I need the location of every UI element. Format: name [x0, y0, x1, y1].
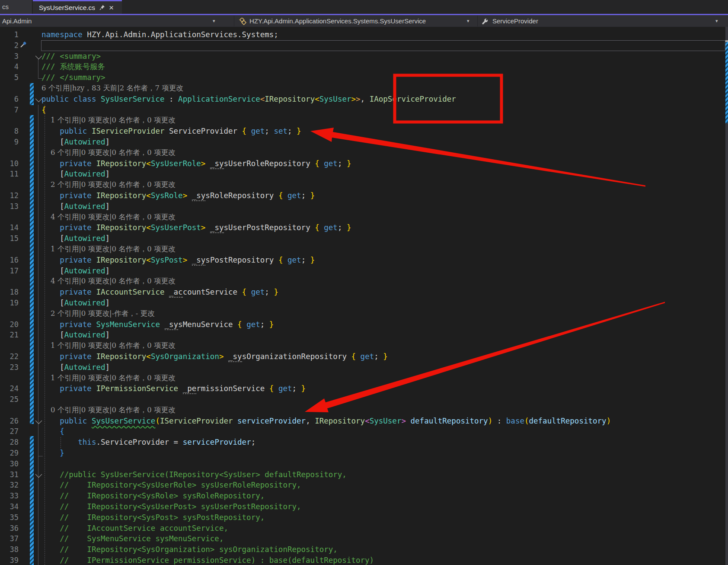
token-cls: SysRole — [151, 191, 183, 200]
code-line-14[interactable]: 14 private IRepository<SysUserPost> _sys… — [0, 222, 728, 233]
codelens-row[interactable]: 1 个引用|0 项更改|0 名作者，0 项更改 — [0, 244, 728, 255]
token-prm: serviceProvider — [237, 417, 306, 425]
code-line-34[interactable]: 34 // IRepository<SysUserPost> sysUserPo… — [0, 501, 728, 512]
line-number: 17 — [0, 266, 19, 276]
code-line-15[interactable]: 15 [Autowired] — [0, 233, 728, 244]
codelens-row[interactable]: 6 个引用|0 项更改|0 名作者，0 项更改 — [0, 148, 728, 158]
code-text: private IRepository<SysOrganization> _sy… — [42, 351, 388, 362]
code-line-6[interactable]: 6public class SysUserService : Applicati… — [0, 94, 728, 105]
tab-partial[interactable]: cs — [0, 0, 32, 14]
token-kw: private — [42, 288, 96, 296]
code-line-13[interactable]: 13 [Autowired] — [0, 201, 728, 212]
code-editor[interactable]: 1namespace HZY.Api.Admin.ApplicationServ… — [0, 27, 728, 565]
code-line-24[interactable]: 24 private IPermissionService _permissio… — [0, 383, 728, 394]
codelens-text[interactable]: 0 个引用|0 项更改|0 名作者，0 项更改 — [42, 405, 176, 416]
code-line-9[interactable]: 9 [Autowired] — [0, 137, 728, 148]
code-line-10[interactable]: 10 private IRepository<SysUserRole> _sys… — [0, 158, 728, 169]
code-line-39[interactable]: 39 // IPermissionService permissionServi… — [0, 555, 728, 565]
code-line-2[interactable]: 2 — [0, 40, 728, 51]
code-line-7[interactable]: 7{ — [0, 105, 728, 116]
code-line-4[interactable]: 4/// 系统账号服务 — [0, 61, 728, 72]
code-line-23[interactable]: 23 [Autowired] — [0, 362, 728, 373]
codelens-row[interactable]: 4 个引用|0 项更改|0 名作者，0 项更改 — [0, 212, 728, 223]
code-text: namespace HZY.Api.Admin.ApplicationServi… — [42, 29, 278, 40]
codelens-text[interactable]: 1 个引用|0 项更改|0 名作者，0 项更改 — [42, 373, 176, 384]
token-kw: private — [42, 256, 96, 264]
codelens-text[interactable]: 6 个引用|hzy，83 天前|2 名作者，7 项更改 — [42, 83, 183, 94]
codelens-row[interactable]: 0 个引用|0 项更改|0 名作者，0 项更改 — [0, 405, 728, 416]
token-pln: [ — [42, 202, 64, 211]
code-line-20[interactable]: 20 private SysMenuService _sysMenuServic… — [0, 319, 728, 330]
code-text: [Autowired] — [42, 266, 110, 276]
codelens-row[interactable]: 6 个引用|hzy，83 天前|2 名作者，7 项更改 — [0, 83, 728, 94]
codelens-row[interactable]: 2 个引用|0 项更改|-作者，- 更改 — [0, 308, 728, 319]
code-line-29[interactable]: 29 } — [0, 448, 728, 459]
code-line-11[interactable]: 11 [Autowired] — [0, 169, 728, 180]
chevron-down-icon[interactable]: ▾ — [213, 15, 215, 27]
code-line-1[interactable]: 1namespace HZY.Api.Admin.ApplicationServ… — [0, 29, 728, 40]
breadcrumb-member[interactable]: ServiceProvider — [492, 15, 538, 27]
code-line-28[interactable]: 28 this.ServiceProvider = serviceProvide… — [0, 437, 728, 448]
divider — [234, 16, 234, 26]
close-icon[interactable]: × — [109, 3, 114, 12]
token-pln: , — [361, 95, 370, 103]
codelens-row[interactable]: 2 个引用|0 项更改|0 名作者，0 项更改 — [0, 180, 728, 190]
token-b1: > — [201, 159, 206, 168]
code-line-18[interactable]: 18 private IAccountService _accountServi… — [0, 287, 728, 298]
code-text: // IRepository<SysUserPost> sysUserPostR… — [42, 501, 301, 512]
token-dots: _sy — [165, 320, 179, 330]
code-line-22[interactable]: 22 private IRepository<SysOrganization> … — [0, 351, 728, 362]
codelens-row[interactable]: 1 个引用|0 项更改|0 名作者，0 项更改 — [0, 115, 728, 126]
codelens-text[interactable]: 6 个引用|0 项更改|0 名作者，0 项更改 — [42, 148, 176, 158]
codelens-text[interactable]: 2 个引用|0 项更改|0 名作者，0 项更改 — [42, 180, 176, 190]
code-line-27[interactable]: 27 { — [0, 426, 728, 437]
code-line-3[interactable]: 3/// <summary> — [0, 51, 728, 62]
code-line-12[interactable]: 12 private IRepository<SysRole> _sysRole… — [0, 190, 728, 201]
code-line-25[interactable]: 25 — [0, 394, 728, 405]
code-line-35[interactable]: 35 // IRepository<SysPost> sysPostReposi… — [0, 512, 728, 523]
code-line-26[interactable]: 26 public SysUserService(IServiceProvide… — [0, 416, 728, 427]
code-line-8[interactable]: 8 public IServiceProvider ServiceProvide… — [0, 126, 728, 137]
code-line-38[interactable]: 38 // IRepository<SysOrganization> sysOr… — [0, 544, 728, 555]
line-number: 35 — [0, 512, 19, 523]
code-line-37[interactable]: 37 // SysMenuService sysMenuService, — [0, 533, 728, 544]
breadcrumb-project[interactable]: Api.Admin — [2, 15, 32, 27]
token-kw: private — [42, 223, 96, 232]
code-line-17[interactable]: 17 [Autowired] — [0, 266, 728, 276]
token-lens: 0 个引用|0 项更改|0 名作者，0 项更改 — [42, 406, 176, 414]
token-kw: get — [251, 288, 265, 296]
token-cls: Autowired — [64, 299, 105, 307]
token-kw: public class — [42, 95, 101, 103]
codelens-row[interactable]: 1 个引用|0 项更改|0 名作者，0 项更改 — [0, 340, 728, 351]
code-line-19[interactable]: 19 [Autowired] — [0, 298, 728, 308]
code-line-30[interactable]: 30 — [0, 459, 728, 469]
codelens-text[interactable]: 1 个引用|0 项更改|0 名作者，0 项更改 — [42, 340, 176, 351]
token-cmt: /// </summary> — [42, 73, 105, 82]
pin-icon[interactable] — [99, 4, 105, 11]
token-b1: { — [242, 288, 251, 296]
codelens-text[interactable]: 4 个引用|0 项更改|0 名作者，0 项更改 — [42, 276, 176, 287]
breadcrumb: Api.Admin ▾ HZY.Api.Admin.ApplicationSer… — [0, 15, 728, 27]
code-line-33[interactable]: 33 // IRepository<SysRole> sysRoleReposi… — [0, 491, 728, 501]
scrollbar[interactable] — [725, 27, 728, 565]
code-line-32[interactable]: 32 // IRepository<SysUserRole> sysUserRo… — [0, 480, 728, 491]
token-cls: SysUserService — [101, 95, 165, 103]
token-pln: sMenuService — [178, 320, 237, 329]
code-line-21[interactable]: 21 [Autowired] — [0, 330, 728, 340]
chevron-down-icon[interactable]: ▾ — [467, 15, 469, 27]
line-number: 5 — [0, 72, 19, 83]
breadcrumb-type[interactable]: HZY.Api.Admin.ApplicationServices.System… — [249, 15, 426, 27]
code-line-36[interactable]: 36 // IAccountService accountService, — [0, 523, 728, 534]
codelens-text[interactable]: 1 个引用|0 项更改|0 名作者，0 项更改 — [42, 244, 176, 255]
code-line-5[interactable]: 5/// </summary> — [0, 72, 728, 83]
codelens-text[interactable]: 1 个引用|0 项更改|0 名作者，0 项更改 — [42, 115, 176, 126]
codelens-text[interactable]: 4 个引用|0 项更改|0 名作者，0 项更改 — [42, 212, 176, 223]
tab-active[interactable]: SysUserService.cs × — [33, 0, 122, 14]
code-line-31[interactable]: 31 //public SysUserService(IRepository<S… — [0, 469, 728, 480]
codelens-row[interactable]: 1 个引用|0 项更改|0 名作者，0 项更改 — [0, 373, 728, 384]
codelens-row[interactable]: 4 个引用|0 项更改|0 名作者，0 项更改 — [0, 276, 728, 287]
codelens-text[interactable]: 2 个引用|0 项更改|-作者，- 更改 — [42, 308, 154, 319]
chevron-down-icon[interactable]: ▾ — [715, 15, 718, 27]
code-line-16[interactable]: 16 private IRepository<SysPost> _sysPost… — [0, 255, 728, 266]
token-pln: ; — [251, 438, 256, 446]
